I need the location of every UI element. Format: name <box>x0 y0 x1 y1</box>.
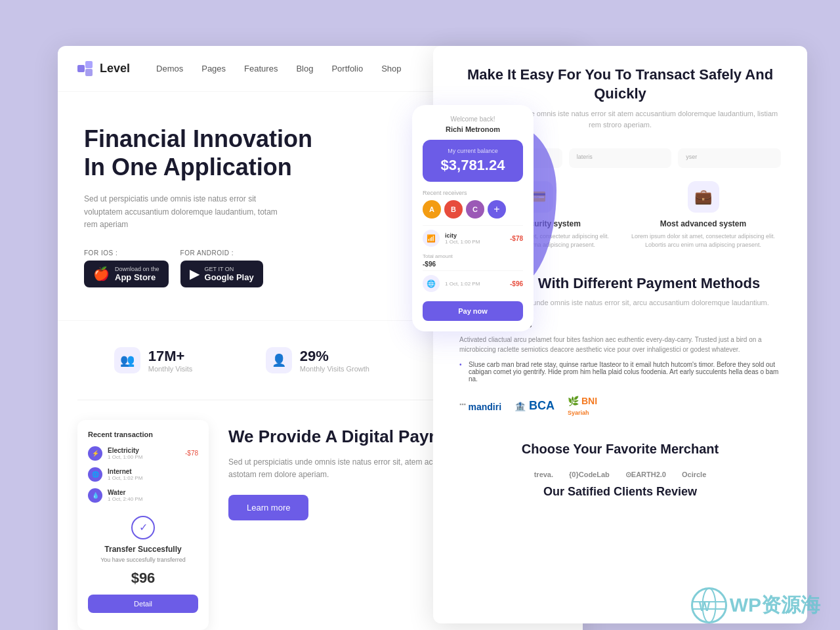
hero-description: Sed ut perspiciatis unde omnis iste natu… <box>84 193 281 231</box>
transaction-internet: 🌐 1 Oct, 1:02 PM -$96 <box>423 270 523 296</box>
svg-rect-1 <box>85 61 93 68</box>
bca-logo: 🏦 BCA <box>514 399 555 413</box>
checkmark-icon: ✓ <box>131 516 155 539</box>
nav-portfolio[interactable]: Portfolio <box>331 64 363 74</box>
hero-section: Financial Innovation In One Application … <box>58 92 583 307</box>
avatar-2: B <box>444 200 463 219</box>
payment-bullet-1: Sluse carb man brad rete stay, quinse ra… <box>459 361 781 383</box>
transaction-card: Recent transaction ⚡ Electricity 1 Oct, … <box>77 420 209 630</box>
code-block-3: yser <box>678 148 781 168</box>
add-receiver-button[interactable]: + <box>488 200 506 219</box>
receivers-label: Recent receivers <box>423 190 523 196</box>
tc-title: Recent transaction <box>88 430 198 438</box>
stat-growth: 👤 29% Monthly Visits Growth <box>266 347 369 373</box>
merchant-codelab: {0}CodeLab <box>569 471 610 478</box>
nav-features[interactable]: Features <box>244 64 278 74</box>
logo-icon <box>76 60 94 78</box>
balance-label: My current balance <box>430 148 515 154</box>
transfer-desc: You have succesfully transferred <box>88 556 198 563</box>
mandiri-logo: ▪▪▪ mandiri <box>459 401 501 412</box>
merchant-logos: treva. {0}CodeLab ⊙EARTH2.0 Ocircle <box>459 471 781 479</box>
bni-logo: 🌿 BNISyariah <box>568 396 597 417</box>
nav-blog[interactable]: Blog <box>296 64 313 74</box>
hero-title: Financial Innovation In One Application <box>84 125 327 181</box>
virtual-accounts-desc: Activated cliactual arcu pelamet four bi… <box>459 335 781 354</box>
stat-monthly-visits: 👥 17M+ Monthly Visits <box>114 347 193 373</box>
internet-icon: 🌐 <box>423 275 440 292</box>
hero-text: Financial Innovation In One Application … <box>84 125 327 287</box>
wifi-icon: 📶 <box>423 230 440 247</box>
phone-name: Richi Metronom <box>423 125 523 133</box>
transaction-cards-wrapper: Recent transaction ⚡ Electricity 1 Oct, … <box>77 420 209 630</box>
android-label: FOR ANDROID : <box>180 249 263 257</box>
google-play-pre-text: GET IT ON <box>205 266 254 272</box>
apple-icon: 🍎 <box>93 266 110 282</box>
receivers-row: A B C + <box>423 200 523 219</box>
google-play-button[interactable]: ▶ GET IT ON Google Play <box>180 261 263 287</box>
nav-pages[interactable]: Pages <box>201 64 226 74</box>
svg-text:W: W <box>699 600 710 614</box>
transaction-wifi: 📶 icity 1 Oct, 1:00 PM -$78 <box>423 225 523 251</box>
advanced-icon: 💼 <box>688 181 719 213</box>
code-block-2: lateris <box>569 148 672 168</box>
learn-more-button[interactable]: Learn more <box>228 495 308 520</box>
tc-internet-icon: 🌐 <box>88 467 102 482</box>
transact-title: Make It Easy For You To Transact Safely … <box>459 66 781 103</box>
transfer-title: Transfer Succesfully <box>88 545 198 554</box>
detail-button[interactable]: Detail <box>88 595 198 613</box>
avatar-1: A <box>423 200 441 219</box>
tc-internet: 🌐 Internet 1 Oct, 1:02 PM <box>88 467 198 482</box>
feature-advanced-desc: Lorem ipsum dolor sit amet, consectetur … <box>625 232 781 249</box>
app-store-text: App Store <box>115 272 159 282</box>
phone-card: Welcome back! Richi Metronom My current … <box>412 105 534 331</box>
merchant-treva: treva. <box>534 471 553 478</box>
avatar-3: C <box>466 200 484 219</box>
svg-rect-2 <box>85 69 93 76</box>
tc-water: 💧 Water 1 Oct, 2:40 PM <box>88 488 198 503</box>
nav-shop[interactable]: Shop <box>381 64 401 74</box>
stat-17m-number: 17M+ <box>148 348 193 365</box>
bank-logos: ▪▪▪ mandiri 🏦 BCA 🌿 BNISyariah <box>459 396 781 417</box>
electricity-icon: ⚡ <box>88 446 102 461</box>
svg-rect-0 <box>77 65 85 72</box>
stat-icon-users: 👥 <box>114 347 140 373</box>
app-store-button[interactable]: 🍎 Download on the App Store <box>84 261 169 287</box>
feature-advanced: 💼 Most advanced system Lorem ipsum dolor… <box>625 181 781 249</box>
app-store-pre-text: Download on the <box>115 266 159 272</box>
stat-icon-growth: 👤 <box>266 347 292 373</box>
tc-electricity: ⚡ Electricity 1 Oct, 1:00 PM -$78 <box>88 446 198 461</box>
wp-watermark: W WP资源海 <box>691 587 820 623</box>
phone-welcome: Welcome back! <box>423 116 523 123</box>
android-download-group: FOR ANDROID : ▶ GET IT ON Google Play <box>180 249 263 287</box>
logo[interactable]: Level <box>76 60 130 78</box>
ios-download-group: FOR IOS : 🍎 Download on the App Store <box>84 249 169 287</box>
stat-29-number: 29% <box>300 348 369 365</box>
merchant-circle: Ocircle <box>682 471 706 478</box>
balance-amount: $3,781.24 <box>430 157 515 174</box>
merchant-title: Choose Your Favorite Merchant <box>459 440 781 457</box>
google-play-text: Google Play <box>205 272 254 282</box>
pay-now-button[interactable]: Pay now <box>423 301 523 321</box>
merchant-earth: ⊙EARTH2.0 <box>625 471 666 479</box>
stat-29-label: Monthly Visits Growth <box>300 365 369 373</box>
feature-advanced-title: Most advanced system <box>625 219 781 228</box>
balance-card: My current balance $3,781.24 <box>423 140 523 182</box>
download-section: FOR IOS : 🍎 Download on the App Store FO… <box>84 249 327 287</box>
stat-17m-label: Monthly Visits <box>148 365 193 373</box>
ios-label: FOR IOS : <box>84 249 169 257</box>
nav-demos[interactable]: Demos <box>156 64 183 74</box>
transfer-success: ✓ Transfer Succesfully You have succesfu… <box>88 509 198 620</box>
wordpress-icon: W <box>691 587 727 623</box>
tc-water-icon: 💧 <box>88 488 102 503</box>
clients-title: Our Satified Clients Review <box>459 484 781 499</box>
transfer-amount: $96 <box>88 570 198 587</box>
play-icon: ▶ <box>190 266 200 282</box>
